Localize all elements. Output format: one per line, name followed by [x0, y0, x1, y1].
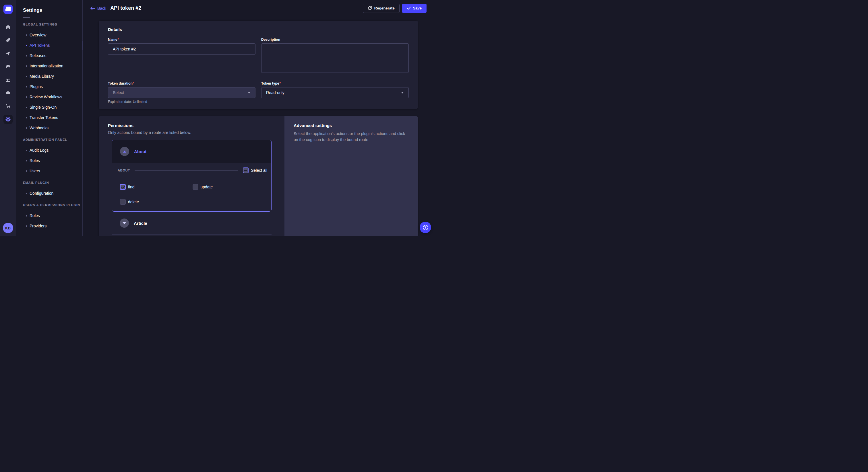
token-duration-field-group: Token duration* Select Expiration date: … [108, 81, 255, 104]
save-button[interactable]: Save [402, 4, 427, 13]
settings-gear-icon[interactable] [3, 115, 12, 124]
select-all-label: Select all [251, 168, 267, 173]
description-field-group: Description [261, 38, 409, 74]
subnav-item-transfer-tokens[interactable]: Transfer Tokens [16, 112, 82, 123]
subnav-section: GLOBAL SETTINGS Overview API Tokens Rele… [16, 21, 82, 133]
token-type-label: Token type* [261, 81, 409, 86]
subnav-section: USERS & PERMISSIONS PLUGIN Roles Provide… [16, 202, 82, 231]
subnav-item-providers[interactable]: Providers [16, 221, 82, 231]
name-label: Name* [108, 38, 255, 42]
settings-subnav: Settings GLOBAL SETTINGS Overview API To… [16, 0, 83, 236]
name-field-group: Name* [108, 38, 255, 74]
subnav-item-api-tokens[interactable]: API Tokens [16, 40, 82, 50]
chevron-down-icon [401, 92, 404, 94]
bullet-icon [26, 76, 27, 77]
details-heading: Details [108, 27, 409, 32]
chevron-down-icon [248, 92, 251, 94]
question-mark-icon: ? [423, 225, 428, 230]
subnav-item-single-sign-on[interactable]: Single Sign-On [16, 102, 82, 112]
cloud-icon[interactable] [3, 88, 12, 98]
layout-icon[interactable] [3, 75, 12, 84]
description-label: Description [261, 38, 409, 42]
subnav-section: EMAIL PLUGIN Configuration [16, 179, 82, 198]
back-link[interactable]: Back [90, 6, 106, 11]
token-duration-helper: Expiration date: Unlimited [108, 100, 255, 104]
marketplace-cart-icon[interactable] [3, 102, 12, 111]
permission-checkbox-update[interactable] [193, 184, 198, 190]
subnav-item-review-workflows[interactable]: Review Workflows [16, 92, 82, 102]
expand-toggle-button[interactable] [120, 218, 129, 228]
subnav-item-configuration[interactable]: Configuration [16, 188, 82, 198]
name-input[interactable] [108, 43, 255, 55]
subnav-item-audit-logs[interactable]: Audit Logs [16, 145, 82, 156]
permission-checkbox-find[interactable] [120, 184, 126, 190]
required-asterisk: * [118, 38, 119, 42]
help-button[interactable]: ? [420, 222, 431, 233]
bullet-icon [26, 86, 27, 88]
subnav-item-users[interactable]: Users [16, 166, 82, 176]
bullet-icon [26, 150, 27, 151]
title-divider [23, 17, 30, 18]
token-type-select[interactable]: Read-only [261, 87, 409, 98]
article-accordion-header[interactable]: Article [108, 212, 275, 228]
required-asterisk: * [133, 81, 134, 86]
permissions-title: Permissions [108, 123, 275, 128]
logo-wrap [0, 0, 16, 19]
about-accordion-body: ABOUT Select all find update delete [112, 163, 271, 211]
send-plane-icon[interactable] [3, 49, 12, 58]
bullet-icon [26, 170, 27, 172]
about-accordion-header[interactable]: About [112, 140, 271, 163]
subnav-section-label: USERS & PERMISSIONS PLUGIN [16, 202, 82, 208]
subnav-item-overview[interactable]: Overview [16, 30, 82, 40]
subnav-item-webhooks[interactable]: Webhooks [16, 123, 82, 133]
back-arrow-icon [90, 6, 95, 10]
chevron-down-icon [123, 222, 126, 224]
content-manager-feather-icon[interactable] [3, 36, 12, 45]
advanced-settings-panel: Advanced settings Select the application… [284, 116, 418, 236]
strapi-logo[interactable] [3, 5, 12, 14]
subnav-section-label: GLOBAL SETTINGS [16, 21, 82, 28]
check-icon [407, 7, 411, 10]
regenerate-button[interactable]: Regenerate [363, 4, 400, 13]
token-duration-select[interactable]: Select [108, 87, 255, 98]
select-all-checkbox[interactable] [243, 167, 249, 173]
subnav-item-roles[interactable]: Roles [16, 156, 82, 166]
main-content: Back API token #2 Regenerate Save [83, 0, 434, 236]
subnav-section-label: ADMINISTRATION PANEL [16, 136, 82, 143]
details-card: Details Name* Description Token duration… [99, 21, 418, 109]
main-nav: KD [0, 0, 16, 236]
subnav-item-plugins[interactable]: Plugins [16, 81, 82, 92]
collapse-toggle-button[interactable] [120, 147, 129, 156]
subnav-section: ADMINISTRATION PANEL Audit Logs Roles Us… [16, 136, 82, 176]
media-library-icon[interactable] [3, 62, 12, 71]
bullet-icon [26, 215, 27, 216]
subnav-section-label: EMAIL PLUGIN [16, 179, 82, 186]
subnav-item-internationalization[interactable]: Internationalization [16, 61, 82, 71]
app-root: KD Settings GLOBAL SETTINGS Overview API… [0, 0, 434, 236]
chevron-up-icon [123, 150, 126, 153]
permission-action: delete [120, 199, 193, 205]
advanced-settings-title: Advanced settings [293, 123, 409, 128]
about-subsection-label: ABOUT [118, 169, 130, 172]
back-label: Back [97, 6, 106, 11]
bullet-icon [26, 225, 27, 227]
advanced-settings-description: Select the application's actions or the … [293, 131, 409, 142]
page-title: API token #2 [110, 5, 141, 11]
page-header: Back API token #2 Regenerate Save [83, 0, 434, 16]
about-accordion: About ABOUT Select all [112, 140, 272, 212]
bullet-icon [26, 117, 27, 119]
description-textarea[interactable] [261, 43, 409, 73]
select-all-control[interactable]: Select all [243, 167, 267, 173]
about-accordion-title: About [134, 149, 146, 154]
token-duration-label: Token duration* [108, 81, 255, 86]
subnav-item-roles[interactable]: Roles [16, 210, 82, 221]
bullet-icon [26, 96, 27, 98]
user-avatar[interactable]: KD [3, 223, 13, 233]
bullet-icon [26, 45, 27, 46]
home-icon[interactable] [3, 22, 12, 32]
permission-checkbox-delete[interactable] [120, 199, 126, 205]
subnav-item-media-library[interactable]: Media Library [16, 71, 82, 81]
subnav-item-releases[interactable]: Releases [16, 50, 82, 61]
token-type-field-group: Token type* Read-only [261, 81, 409, 104]
permission-action: find [120, 184, 193, 190]
